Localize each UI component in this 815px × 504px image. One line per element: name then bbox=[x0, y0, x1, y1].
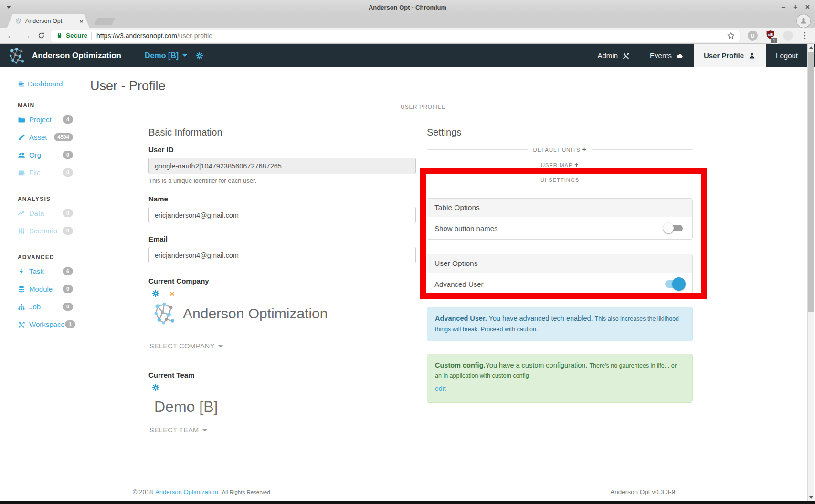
back-button[interactable]: ← bbox=[6, 31, 15, 40]
scrollbar-thumb[interactable] bbox=[808, 52, 814, 312]
team-selector-dropdown[interactable]: Demo [B] bbox=[145, 52, 187, 60]
count-badge: 0 bbox=[63, 285, 73, 293]
expand-plus-icon[interactable]: + bbox=[574, 161, 579, 168]
sidebar-item-file[interactable]: File 0 bbox=[18, 164, 73, 181]
address-bar[interactable]: Secure https://v3.andersonopt.com/user-p… bbox=[51, 30, 740, 42]
email-field[interactable] bbox=[148, 247, 416, 263]
company-name: Anderson Optimization bbox=[183, 305, 328, 322]
reload-button[interactable] bbox=[38, 32, 45, 39]
folder-icon bbox=[18, 116, 25, 124]
browser-menu-button[interactable]: ⋮ bbox=[801, 31, 809, 41]
sidebar-item-dashboard[interactable]: Dashboard bbox=[18, 80, 73, 88]
security-label: Secure bbox=[66, 32, 87, 39]
section-heading: Basic Information bbox=[148, 127, 416, 138]
user-profile-divider: USER PROFILE bbox=[92, 103, 754, 111]
toggle-knob bbox=[672, 277, 686, 291]
settings-section: Settings DEFAULT UNITS+ USER MAP+ UI SET… bbox=[427, 127, 693, 403]
alert-text: You have advanced tech enabled. bbox=[487, 315, 595, 322]
show-button-names-toggle[interactable] bbox=[663, 222, 684, 234]
nav-events-label: Events bbox=[650, 52, 672, 60]
footer-company-link[interactable]: Anderson Optimization bbox=[155, 488, 218, 495]
remove-company-icon[interactable] bbox=[169, 291, 175, 297]
current-team-label: Current Team bbox=[148, 371, 416, 379]
count-badge: 0 bbox=[63, 227, 73, 235]
lock-icon bbox=[56, 32, 63, 39]
extension-button-u[interactable]: U bbox=[748, 31, 758, 41]
divider-label: USER PROFILE bbox=[395, 104, 451, 110]
nav-events[interactable]: Events bbox=[640, 44, 694, 67]
company-settings-gear-icon[interactable] bbox=[152, 290, 159, 297]
profile-avatar-button[interactable] bbox=[796, 14, 811, 28]
nav-admin[interactable]: Admin bbox=[588, 44, 640, 67]
browser-window: Anderson Opt - Chromium – + × Anderson O… bbox=[0, 0, 815, 504]
select-company-dropdown[interactable]: SELECT COMPANY bbox=[149, 342, 416, 350]
drive-icon bbox=[18, 169, 25, 177]
app-logo-icon[interactable] bbox=[7, 47, 25, 65]
nav-user-profile[interactable]: User Profile bbox=[694, 44, 766, 67]
count-badge: 0 bbox=[63, 151, 73, 159]
browser-tab[interactable]: Anderson Opt bbox=[7, 14, 89, 28]
sidebar-item-label: Data bbox=[29, 209, 44, 217]
team-settings-gear-icon[interactable] bbox=[196, 52, 203, 60]
forward-button: → bbox=[22, 31, 31, 40]
team-settings-gear-icon[interactable] bbox=[152, 384, 159, 391]
sidebar-item-project[interactable]: Project 4 bbox=[18, 111, 73, 128]
tab-strip: Anderson Opt bbox=[0, 14, 815, 28]
maximize-button[interactable]: + bbox=[793, 3, 797, 11]
sidebar-item-job[interactable]: Job 0 bbox=[18, 298, 73, 315]
count-badge: 0 bbox=[63, 168, 73, 177]
advanced-user-alert: Advanced User. You have advanced tech en… bbox=[427, 307, 693, 341]
sidebar-item-org[interactable]: Org 0 bbox=[18, 146, 73, 164]
custom-config-alert: Custom config.You have a custom configur… bbox=[427, 354, 693, 403]
tab-title: Anderson Opt bbox=[25, 18, 79, 24]
users-icon bbox=[18, 151, 25, 159]
user-id-field bbox=[148, 158, 416, 174]
sidebar-item-scenario[interactable]: Scenario 0 bbox=[18, 222, 73, 240]
new-tab-button[interactable] bbox=[94, 18, 115, 25]
edit-config-link[interactable]: edit bbox=[435, 384, 685, 394]
sidebar-item-workspace[interactable]: Workspace 1 bbox=[18, 315, 73, 333]
sidebar-item-label: File bbox=[29, 168, 41, 177]
brand-name[interactable]: Anderson Optimization bbox=[32, 51, 121, 61]
window-menu-icon[interactable] bbox=[6, 6, 11, 9]
page-content: Dashboard MAIN Project 4 Asset 4594 Org … bbox=[0, 67, 815, 434]
arrow-up-icon bbox=[809, 46, 813, 49]
minimize-button[interactable]: – bbox=[781, 3, 785, 11]
sidebar-item-label: Project bbox=[29, 116, 52, 124]
advanced-user-label: Advanced User bbox=[434, 280, 484, 288]
bookmark-star-icon[interactable] bbox=[727, 32, 735, 40]
nav-logout[interactable]: Logout bbox=[766, 44, 808, 67]
current-company: Anderson Optimization bbox=[151, 301, 416, 326]
name-field[interactable] bbox=[148, 207, 416, 223]
chevron-down-icon bbox=[218, 345, 223, 347]
scroll-up-button[interactable] bbox=[808, 44, 814, 51]
sidebar-item-label: Job bbox=[29, 303, 41, 311]
sidebar-section-main: MAIN bbox=[18, 102, 73, 109]
sitemap-icon bbox=[18, 303, 25, 311]
close-tab-icon[interactable] bbox=[79, 19, 84, 23]
alert-title: Advanced User. bbox=[435, 315, 487, 322]
scroll-down-button[interactable] bbox=[808, 494, 814, 501]
extension-button-ublock[interactable]: 1 bbox=[765, 30, 775, 42]
close-window-button[interactable]: × bbox=[805, 3, 810, 11]
sidebar-item-label: Org bbox=[29, 151, 41, 159]
advanced-user-toggle[interactable] bbox=[663, 278, 684, 290]
extension-badge: 1 bbox=[771, 37, 778, 44]
default-units-divider: DEFAULT UNITS+ bbox=[427, 146, 693, 153]
sidebar-item-label: Scenario bbox=[29, 227, 57, 235]
sidebar-item-task[interactable]: Task 6 bbox=[18, 262, 73, 280]
rights-text: All Rights Reserved bbox=[222, 489, 270, 495]
select-team-dropdown[interactable]: SELECT TEAM bbox=[149, 426, 416, 434]
cloud-icon bbox=[676, 52, 684, 60]
extension-button-disabled[interactable] bbox=[783, 31, 793, 41]
sidebar-item-data[interactable]: Data 0 bbox=[18, 204, 73, 222]
page-title: User - Profile bbox=[90, 79, 815, 94]
sidebar-item-module[interactable]: Module 0 bbox=[18, 280, 73, 298]
team-name: Demo [B] bbox=[154, 398, 416, 416]
browser-toolbar: ← → Secure https://v3.andersonopt.com/us… bbox=[0, 28, 815, 44]
divider bbox=[133, 49, 133, 63]
sidebar-item-label: Dashboard bbox=[28, 80, 63, 88]
sidebar-item-asset[interactable]: Asset 4594 bbox=[18, 128, 73, 146]
page-scrollbar[interactable] bbox=[807, 44, 814, 501]
expand-plus-icon[interactable]: + bbox=[582, 146, 586, 153]
